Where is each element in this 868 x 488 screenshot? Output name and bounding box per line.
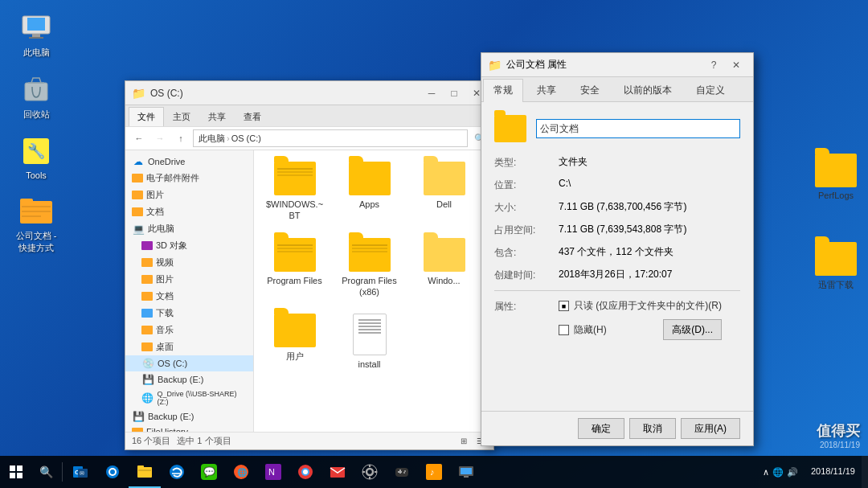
readonly-label: 只读 (仅应用于文件夹中的文件)(R) (574, 299, 722, 313)
file-item-windowsbt[interactable]: $WINDOWS.~BT (260, 157, 329, 227)
desktop-icon-recycle[interactable]: 回收站 (8, 70, 64, 124)
properties-window-controls: ? ✕ (703, 56, 747, 74)
tray-volume-icon[interactable]: 🔊 (787, 467, 798, 478)
taskbar-mail-btn[interactable] (321, 456, 354, 488)
taskbar-search-btn[interactable]: 🔍 (32, 456, 60, 488)
sidebar-item-docs2[interactable]: 文档 (125, 288, 253, 305)
prop-tab-customize[interactable]: 自定义 (686, 79, 735, 101)
prop-close-btn[interactable]: ✕ (726, 56, 747, 74)
path-root: 此电脑 (199, 133, 225, 145)
prop-label-contains: 包含: (494, 245, 559, 260)
file-item-dell[interactable]: Dell (410, 157, 478, 227)
sidebar-item-docs[interactable]: 文档 (125, 203, 253, 220)
sidebar-item-downloads[interactable]: 下载 (125, 305, 253, 322)
sidebar-item-pics[interactable]: 图片 (125, 271, 253, 288)
desktop-icon-company[interactable]: 公司文档 - 快捷方式 (8, 191, 64, 257)
address-path[interactable]: 此电脑 › OS (C:) (193, 129, 468, 147)
sidebar-item-email[interactable]: 电子邮件附件 (125, 170, 253, 187)
prop-tab-security[interactable]: 安全 (570, 79, 610, 101)
sidebar-item-qdrive[interactable]: 🌐 Q_Drive (\\USB-SHARE) (Z:) (125, 388, 253, 408)
advanced-btn[interactable]: 高级(D)... (663, 319, 722, 340)
taskbar-onenote-btn[interactable]: N (257, 456, 289, 488)
taskbar-chrome-btn[interactable] (289, 456, 321, 488)
sidebar-item-pictures[interactable]: 图片 (125, 187, 253, 203)
tray-expand-btn[interactable]: ∧ (763, 467, 769, 478)
tray-network-icon[interactable]: 🌐 (772, 467, 784, 478)
prop-help-btn[interactable]: ? (703, 56, 724, 74)
taskbar-clock[interactable]: 2018/11/19 (805, 465, 862, 478)
forward-btn[interactable]: → (151, 129, 169, 147)
onedrive-icon: ☁ (132, 156, 145, 167)
svg-rect-1 (27, 18, 45, 31)
prop-tab-share[interactable]: 共享 (526, 79, 567, 101)
apply-button[interactable]: 应用(A) (681, 418, 740, 439)
file-area: $WINDOWS.~BT Apps Dell Program Files (254, 150, 493, 432)
readonly-checkbox[interactable]: ■ (559, 301, 569, 311)
taskbar-music-btn[interactable]: ♪ (418, 456, 450, 488)
sidebar-item-video[interactable]: 视频 (125, 254, 253, 271)
prop-tab-general[interactable]: 常规 (483, 79, 523, 102)
desktop-icon-tools[interactable]: 🔧 Tools (8, 132, 64, 183)
folder-small-icon (141, 258, 153, 267)
taskbar-screen-btn[interactable] (450, 456, 482, 488)
sidebar-item-osc[interactable]: 💿 OS (C:) (125, 355, 253, 371)
file-item-programfiles86[interactable]: Program Files (x86) (335, 233, 403, 303)
prop-row-created: 创建时间: 2018年3月26日，17:20:07 (494, 268, 740, 282)
file-item-apps[interactable]: Apps (335, 157, 403, 227)
svg-rect-21 (137, 465, 144, 469)
ribbon-tab-home[interactable]: 主页 (164, 107, 199, 126)
folder-small-icon (141, 342, 153, 351)
explorer-title: OS (C:) (150, 88, 421, 99)
sidebar-item-3d[interactable]: 3D 对象 (125, 237, 253, 254)
taskbar-browser-btn[interactable]: 🌐 (225, 456, 257, 488)
ok-button[interactable]: 确定 (578, 418, 624, 439)
properties-titlebar: 📁 公司文档 属性 ? ✕ (481, 53, 753, 77)
file-item-install[interactable]: install (335, 309, 403, 375)
windows-logo-icon (10, 465, 23, 478)
explorer-window: 📁 OS (C:) ─ □ ✕ 文件 主页 共享 查看 ← → ↑ 此电脑 (125, 80, 494, 450)
sidebar-item-filehistory[interactable]: FileHistory (125, 424, 253, 432)
sidebar-item-backupe[interactable]: 💾 Backup (E:) (125, 371, 253, 388)
file-item-users[interactable]: 用户 (260, 309, 329, 375)
ribbon-tab-view[interactable]: 查看 (235, 107, 270, 126)
drive-icon: 💾 (141, 374, 154, 385)
sidebar-item-thispc[interactable]: 💻 此电脑 (125, 220, 253, 237)
folder-small-icon (141, 309, 153, 318)
taskbar-outlook-btn[interactable]: O✉ (64, 456, 96, 488)
sidebar-item-music[interactable]: 音乐 (125, 322, 253, 338)
taskbar-cortana-btn[interactable] (96, 456, 129, 488)
xunlei-folder-icon (815, 242, 857, 276)
sidebar-item-onedrive[interactable]: ☁ OneDrive (125, 154, 253, 170)
grid-view-btn[interactable]: ⊞ (457, 434, 471, 449)
svg-rect-3 (29, 37, 43, 39)
file-item-windows[interactable]: Windo... (410, 233, 478, 303)
prop-label-attributes: 属性: (494, 299, 559, 314)
taskbar-edge-btn[interactable] (161, 456, 193, 488)
folder-small-icon (132, 207, 143, 216)
sidebar-item-backup2[interactable]: 💾 Backup (E:) (125, 408, 253, 424)
svg-text:🌐: 🌐 (237, 467, 248, 478)
back-btn[interactable]: ← (130, 129, 148, 147)
cancel-button[interactable]: 取消 (629, 418, 676, 439)
folder-icon (274, 238, 316, 272)
ribbon-tabs: 文件 主页 共享 查看 (125, 105, 493, 126)
show-desktop-btn[interactable] (862, 456, 868, 488)
taskbar-game-btn[interactable] (386, 456, 418, 488)
explorer-minimize-btn[interactable]: ─ (421, 84, 442, 102)
explorer-maximize-btn[interactable]: □ (444, 84, 465, 102)
taskbar-settings-btn[interactable] (354, 456, 386, 488)
watermark-area: 值得买 2018/11/19 (817, 421, 860, 449)
prop-tab-previous[interactable]: 以前的版本 (613, 79, 682, 101)
taskbar-pinned-apps: O✉ 💬 🌐 N (64, 456, 756, 488)
ribbon-tab-file[interactable]: 文件 (129, 107, 164, 126)
sidebar-item-desktop[interactable]: 桌面 (125, 338, 253, 355)
desktop-icon-this-pc[interactable]: 此电脑 (8, 8, 64, 62)
folder-name-input[interactable] (536, 119, 740, 138)
up-btn[interactable]: ↑ (172, 129, 190, 147)
hidden-checkbox[interactable] (559, 325, 569, 335)
taskbar-wechat-btn[interactable]: 💬 (193, 456, 225, 488)
start-button[interactable] (0, 456, 32, 488)
ribbon-tab-share[interactable]: 共享 (199, 107, 235, 126)
taskbar-explorer-btn[interactable] (129, 456, 161, 488)
file-item-programfiles[interactable]: Program Files (260, 233, 329, 303)
